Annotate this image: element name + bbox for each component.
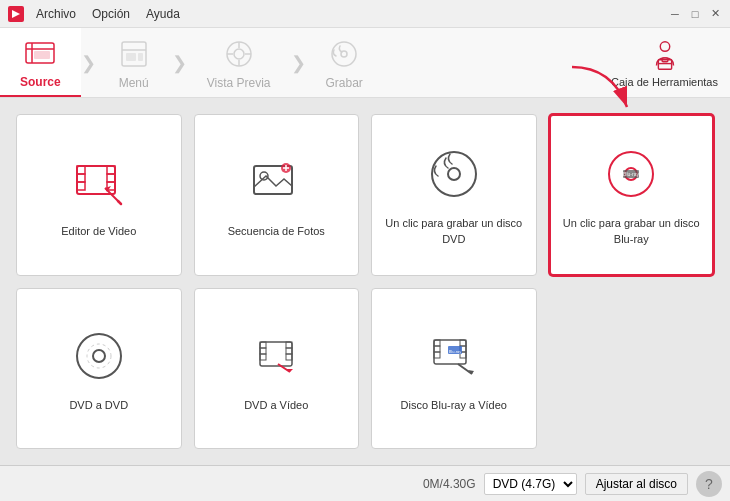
dvd-to-video-label: DVD a Vídeo <box>244 398 308 413</box>
close-button[interactable]: ✕ <box>708 7 722 21</box>
status-bar: 0M/4.30G DVD (4.7G) Ajustar al disco ? <box>0 465 730 501</box>
svg-point-14 <box>332 42 356 66</box>
svg-rect-22 <box>77 174 85 182</box>
help-button[interactable]: ? <box>696 471 722 497</box>
title-bar-left: Archivo Opción Ayuda <box>8 6 180 22</box>
tab-menu-label: Menú <box>119 76 149 90</box>
title-bar-controls: ─ □ ✕ <box>668 7 722 21</box>
arrow-sep-3: ❯ <box>291 28 306 97</box>
svg-rect-3 <box>34 51 50 59</box>
svg-point-36 <box>448 168 460 180</box>
menu-bar: Archivo Opción Ayuda <box>36 7 180 21</box>
grid-item-bluray-to-video[interactable]: Blu-ray Disco Blu-ray a Vídeo <box>371 288 537 450</box>
svg-rect-23 <box>77 182 85 190</box>
tab-source[interactable]: Source <box>0 28 81 97</box>
burn-bluray-label: Un clic para grabar un disco Blu-ray <box>563 216 701 247</box>
svg-point-9 <box>234 49 244 59</box>
menu-ayuda[interactable]: Ayuda <box>146 7 180 21</box>
svg-rect-7 <box>138 53 143 61</box>
menu-tab-icon <box>116 36 152 72</box>
tab-burn-label: Grabar <box>326 76 363 90</box>
bluray-to-video-label: Disco Blu-ray a Vídeo <box>401 398 507 413</box>
tab-source-label: Source <box>20 75 61 89</box>
svg-rect-46 <box>260 348 266 354</box>
preview-tab-icon <box>221 36 257 72</box>
minimize-button[interactable]: ─ <box>668 7 682 21</box>
grid-empty <box>549 288 715 450</box>
svg-line-29 <box>118 201 121 204</box>
source-icon <box>22 35 58 71</box>
svg-rect-6 <box>126 53 136 61</box>
menu-opcion[interactable]: Opción <box>92 7 130 21</box>
grid-item-photo-sequence[interactable]: Secuencia de Fotos <box>194 114 360 276</box>
grid-item-dvd-to-dvd[interactable]: DVD a DVD <box>16 288 182 450</box>
svg-point-16 <box>660 41 669 50</box>
dvd-to-dvd-label: DVD a DVD <box>69 398 128 413</box>
svg-rect-25 <box>107 174 115 182</box>
burn-dvd-label: Un clic para grabar un disco DVD <box>384 216 524 247</box>
grid-item-burn-bluray[interactable]: Blu-ray Un clic para grabar un disco Blu… <box>549 114 715 276</box>
svg-line-51 <box>278 364 290 372</box>
svg-point-35 <box>432 152 476 196</box>
photo-sequence-label: Secuencia de Fotos <box>228 224 325 239</box>
svg-text:Blu-ray: Blu-ray <box>623 171 639 177</box>
dvd-size-select[interactable]: DVD (4.7G) <box>484 473 577 495</box>
toolbar: Source ❯ Menú ❯ Vista Previa <box>0 28 730 98</box>
svg-rect-50 <box>286 354 292 360</box>
grid-item-video-editor[interactable]: Editor de Video <box>16 114 182 276</box>
svg-point-42 <box>93 350 105 362</box>
arrow-sep-2: ❯ <box>172 28 187 97</box>
svg-rect-55 <box>434 346 440 352</box>
svg-rect-56 <box>434 352 440 358</box>
fit-to-disc-button[interactable]: Ajustar al disco <box>585 473 688 495</box>
app-icon <box>8 6 24 22</box>
toolbox-label: Caja de Herramientas <box>611 76 718 88</box>
svg-point-41 <box>77 334 121 378</box>
tab-preview[interactable]: Vista Previa <box>187 28 291 97</box>
grid-item-dvd-to-video[interactable]: DVD a Vídeo <box>194 288 360 450</box>
toolbox-icon <box>647 38 683 74</box>
svg-text:Blu-ray: Blu-ray <box>448 348 461 353</box>
tab-menu[interactable]: Menú <box>96 28 172 97</box>
tab-burn[interactable]: Grabar <box>306 28 383 97</box>
svg-point-43 <box>87 344 111 368</box>
main-grid: Editor de Video Secuencia de Fotos <box>0 98 730 465</box>
tab-preview-label: Vista Previa <box>207 76 271 90</box>
burn-dvd-icon <box>422 142 486 206</box>
menu-archivo[interactable]: Archivo <box>36 7 76 21</box>
video-editor-label: Editor de Video <box>61 224 136 239</box>
dvd-to-dvd-icon <box>67 324 131 388</box>
svg-rect-47 <box>260 354 266 360</box>
photo-sequence-icon <box>244 150 308 214</box>
burn-tab-icon <box>326 36 362 72</box>
arrow-sep-1: ❯ <box>81 28 96 97</box>
maximize-button[interactable]: □ <box>688 7 702 21</box>
video-editor-icon <box>67 150 131 214</box>
dvd-to-video-icon <box>244 324 308 388</box>
svg-line-62 <box>458 364 472 374</box>
grid-item-burn-dvd[interactable]: Un clic para grabar un disco DVD <box>371 114 537 276</box>
toolbox-button[interactable]: Caja de Herramientas <box>611 38 718 88</box>
status-info: 0M/4.30G <box>423 477 476 491</box>
bluray-to-video-icon: Blu-ray <box>422 324 486 388</box>
svg-rect-49 <box>286 348 292 354</box>
burn-bluray-icon: Blu-ray <box>599 142 663 206</box>
title-bar: Archivo Opción Ayuda ─ □ ✕ <box>0 0 730 28</box>
